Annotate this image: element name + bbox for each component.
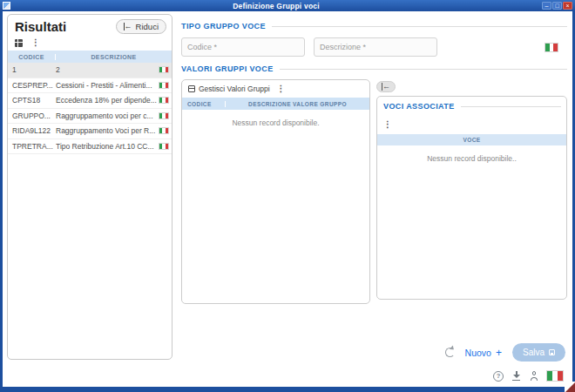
nuovo-button[interactable]: Nuovo + <box>465 348 502 358</box>
app-icon <box>3 2 10 10</box>
section-title: VALORI GRUPPI VOCE <box>181 64 274 73</box>
table-row[interactable]: RIDA9L122 Raggruppamento Voci per R... <box>8 124 172 139</box>
row-codice: GRUPPO... <box>8 112 56 120</box>
download-icon[interactable] <box>511 371 521 381</box>
edit-grid-icon <box>188 85 195 92</box>
row-codice: TPRETRA... <box>8 142 56 151</box>
results-toolbar: ⋮ <box>8 36 172 51</box>
salva-button[interactable]: Salva <box>512 343 565 362</box>
action-footer: Nuovo + Salva <box>445 343 565 362</box>
window-content: Risultati ← Riduci ⋮ CODICE DESCRIZIONE … <box>3 11 572 387</box>
results-table-header: CODICE DESCRIZIONE <box>8 51 172 63</box>
salva-label: Salva <box>523 348 545 357</box>
main-area: TIPO GRUPPO VOCE VALORI GRUPPI VOCE <box>178 14 569 384</box>
section-divider <box>272 26 567 27</box>
voci-associate-section-header: VOCI ASSOCIATE <box>383 102 561 111</box>
titlebar: Definizione Gruppi voci – □ × <box>0 0 575 11</box>
panels-row: Gestisci Valori Gruppi ⋮ CODICE DESCRIZI… <box>181 79 567 304</box>
tipo-gruppo-voce-section-header: TIPO GRUPPO VOCE <box>181 22 567 30</box>
refresh-icon[interactable] <box>445 348 455 357</box>
row-descrizione: Tipo Retribuzione Art.10 CC... <box>56 142 159 151</box>
italian-flag-icon <box>159 82 169 89</box>
results-title: Risultati <box>15 19 66 34</box>
row-descrizione: 2 <box>56 65 159 74</box>
user-icon[interactable] <box>529 371 538 381</box>
collapse-left-icon: ← <box>124 23 132 30</box>
results-menu-icon[interactable]: ⋮ <box>31 38 40 47</box>
results-header: Risultati ← Riduci <box>8 15 172 36</box>
italian-flag-icon <box>546 370 564 382</box>
collapse-left-icon: ← <box>382 83 390 91</box>
close-button[interactable]: × <box>563 2 572 10</box>
resize-grip[interactable] <box>565 382 575 392</box>
utility-icons: ? <box>493 370 564 382</box>
minimize-button[interactable]: – <box>542 2 551 10</box>
table-row[interactable]: CPTS18 Eccedenza 18% per dipende... <box>8 93 172 109</box>
table-row[interactable]: 1 2 <box>8 63 172 78</box>
voci-associate-column: ← VOCI ASSOCIATE ⋮ VOCE Nessun <box>376 79 567 304</box>
tipo-gruppo-fields <box>181 37 567 57</box>
italian-flag-icon <box>159 127 169 134</box>
row-codice: CPTS18 <box>8 96 56 105</box>
valori-gruppi-voce-section-header: VALORI GRUPPI VOCE <box>181 64 567 73</box>
row-descrizione: Raggruppamento voci per c... <box>56 112 159 120</box>
section-title: VOCI ASSOCIATE <box>383 102 455 111</box>
plus-icon: + <box>496 348 502 358</box>
column-header-codice[interactable]: CODICE <box>8 54 56 60</box>
column-header-voce[interactable]: VOCE <box>463 137 480 143</box>
italian-flag-icon <box>159 66 169 73</box>
row-codice: RIDA9L122 <box>8 126 56 135</box>
valori-gruppi-panel: Gestisci Valori Gruppi ⋮ CODICE DESCRIZI… <box>181 79 370 304</box>
save-icon <box>549 349 555 355</box>
valori-toolbar: Gestisci Valori Gruppi ⋮ <box>182 80 369 98</box>
codice-field[interactable] <box>181 37 305 57</box>
column-header-codice[interactable]: CODICE <box>182 101 226 107</box>
nuovo-label: Nuovo <box>465 348 491 358</box>
italian-flag-icon <box>545 43 558 52</box>
window-title: Definizione Gruppi voci <box>14 2 538 10</box>
gestisci-label: Gestisci Valori Gruppi <box>199 84 270 93</box>
italian-flag-icon <box>159 97 169 104</box>
column-header-descrizione-valore-gruppo[interactable]: DESCRIZIONE VALORE GRUPPO <box>226 101 369 107</box>
column-header-descrizione[interactable]: DESCRIZIONE <box>56 54 172 60</box>
table-grid-icon[interactable] <box>15 39 23 47</box>
results-panel: Risultati ← Riduci ⋮ CODICE DESCRIZIONE … <box>7 14 172 360</box>
voci-menu-icon[interactable]: ⋮ <box>383 119 392 129</box>
riduci-button[interactable]: ← Riduci <box>116 19 166 34</box>
table-row[interactable]: CESPREP... Cessioni - Prestiti - Aliment… <box>8 78 172 94</box>
row-descrizione: Cessioni - Prestiti - Alimenti... <box>56 81 159 90</box>
descrizione-field[interactable] <box>314 37 437 57</box>
gestisci-valori-gruppi-button[interactable]: Gestisci Valori Gruppi <box>188 84 270 93</box>
window-controls: – □ × <box>542 2 572 10</box>
italian-flag-icon <box>159 143 169 150</box>
collapse-voci-button[interactable]: ← <box>376 81 396 92</box>
section-divider <box>461 106 561 107</box>
valori-menu-icon[interactable]: ⋮ <box>277 84 286 93</box>
valori-empty-state: Nessun record disponibile. <box>182 118 369 127</box>
riduci-label: Riduci <box>136 22 159 31</box>
maximize-button[interactable]: □ <box>552 2 562 10</box>
row-descrizione: Raggruppamento Voci per R... <box>56 126 159 135</box>
row-codice: CESPREP... <box>8 81 56 90</box>
app-window: Definizione Gruppi voci – □ × Risultati … <box>0 0 575 392</box>
section-divider <box>280 69 567 70</box>
help-icon[interactable]: ? <box>493 371 504 382</box>
descrizione-input[interactable] <box>320 43 431 51</box>
table-row[interactable]: TPRETRA... Tipo Retribuzione Art.10 CC..… <box>8 139 172 155</box>
voci-toolbar: ⋮ <box>377 111 566 134</box>
italian-flag-icon <box>159 112 169 119</box>
codice-input[interactable] <box>187 43 299 51</box>
voci-associate-panel: VOCI ASSOCIATE ⋮ VOCE Nessun record disp… <box>376 96 567 300</box>
row-descrizione: Eccedenza 18% per dipende... <box>56 96 159 105</box>
voci-empty-state: Nessun record disponibile.. <box>377 154 566 163</box>
table-row[interactable]: GRUPPO... Raggruppamento voci per c... <box>8 109 172 125</box>
valori-table-header: CODICE DESCRIZIONE VALORE GRUPPO <box>182 98 369 110</box>
row-codice: 1 <box>8 65 56 74</box>
voci-table-header: VOCE <box>377 134 566 145</box>
section-title: TIPO GRUPPO VOCE <box>181 22 266 30</box>
